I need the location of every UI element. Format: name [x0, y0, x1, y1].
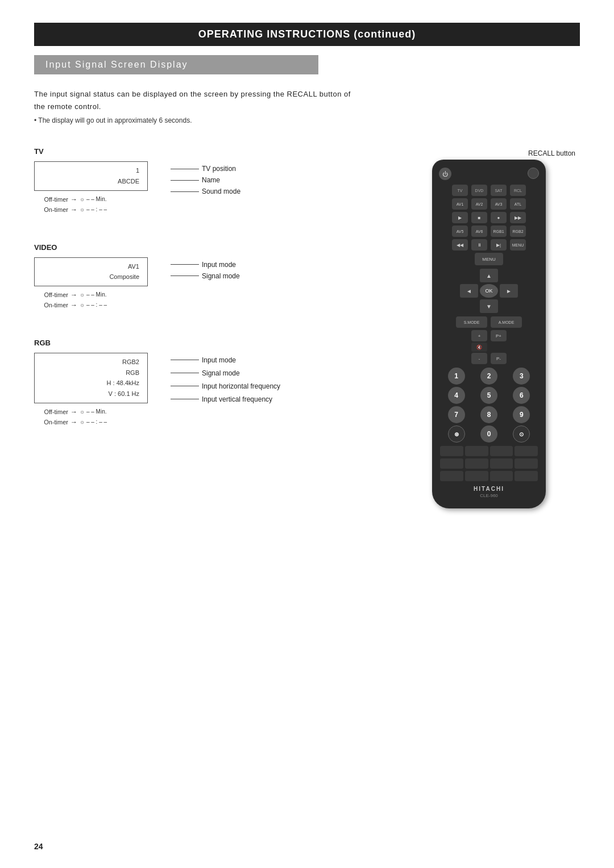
num-3-button[interactable]: 3 — [513, 368, 530, 385]
play-button[interactable]: ▶ — [452, 212, 468, 223]
func-btn-8[interactable] — [515, 458, 538, 469]
rgb-box-line4: V : 60.1 Hz — [40, 389, 139, 399]
vol-controls: + 🔇 - — [471, 330, 487, 364]
rgb-annotations: Input mode Signal mode Input horizontal … — [171, 353, 280, 404]
av2-button[interactable]: AV2 — [471, 198, 487, 210]
av2-arrows-row: ◀◀ ⏸ ▶| MENU — [439, 239, 539, 251]
dvd-mode-button[interactable]: DVD — [471, 185, 487, 196]
av3-button[interactable]: AV3 — [491, 198, 507, 210]
rgb-off-timer: Off-timer → ☼ – – Min. — [34, 407, 148, 417]
rgb-ann-4: Input vertical frequency — [171, 394, 280, 404]
func-btn-9[interactable] — [440, 471, 463, 481]
tv-off-timer: Off-timer → ☼ – – Min. — [34, 194, 148, 205]
recall-area: RECALL button — [432, 141, 580, 157]
main-content: TV 1 ABCDE Off-timer → — [34, 141, 580, 456]
pause-button[interactable]: ⏸ — [471, 239, 487, 251]
mode-row: S.MODE A.MODE — [439, 316, 539, 328]
nav-up-button[interactable]: ▲ — [480, 269, 498, 282]
power-button[interactable]: ⏻ — [439, 168, 451, 180]
tv-box-line1: 1 — [40, 165, 139, 176]
num-5-button[interactable]: 5 — [480, 387, 497, 404]
vol-down-button[interactable]: - — [471, 353, 487, 364]
func-btn-2[interactable] — [465, 446, 488, 456]
func-btn-7[interactable] — [490, 458, 513, 469]
mute-button[interactable]: 🔇 — [471, 343, 487, 352]
num-0-button[interactable]: 0 — [480, 425, 497, 443]
section-title: Input Signal Screen Display — [34, 55, 318, 74]
bottom-btns-1 — [440, 446, 538, 456]
func-btn-5[interactable] — [440, 458, 463, 469]
av5-button[interactable]: AV5 — [452, 226, 468, 237]
amode-button[interactable]: A.MODE — [491, 316, 522, 328]
num-8-button[interactable]: 8 — [480, 406, 497, 423]
smode-button[interactable]: S.MODE — [456, 316, 487, 328]
vol-up-button[interactable]: + — [471, 330, 487, 341]
nav-left-button[interactable]: ◄ — [460, 284, 478, 298]
tv-info-box: 1 ABCDE — [34, 161, 148, 190]
remote-control: ⏻ TV DVD SAT RCL AV1 AV2 AV3 ATL ▶ ■ — [432, 160, 546, 508]
tv-ann-2: Name — [171, 175, 240, 185]
atl-button[interactable]: ATL — [510, 198, 526, 210]
tv-label: TV — [34, 147, 364, 156]
func-btn-6[interactable] — [465, 458, 488, 469]
diagrams-section: TV 1 ABCDE Off-timer → — [34, 141, 364, 456]
menu-row: MENU — [439, 253, 539, 265]
fwd-button[interactable]: ▶▶ — [510, 212, 526, 223]
tv-mode-button[interactable]: TV — [452, 185, 468, 196]
tv-diagram: TV 1 ABCDE Off-timer → — [34, 147, 364, 214]
brand-label: HITACHI — [439, 486, 539, 492]
menu-main-button[interactable]: MENU — [475, 253, 503, 265]
num-2-button[interactable]: 2 — [480, 368, 497, 385]
rew-button[interactable]: ◀◀ — [452, 239, 468, 251]
note-text: • The display will go out in approximate… — [34, 116, 580, 124]
func-btn-1[interactable] — [440, 446, 463, 456]
tv-timers: Off-timer → ☼ – – Min. On-timer → ☼ – – … — [34, 194, 148, 215]
page-header: OPERATING INSTRUCTIONS (continued) — [34, 23, 580, 46]
av1-button[interactable]: AV1 — [452, 198, 468, 210]
description-text: The input signal status can be displayed… — [34, 88, 352, 113]
video-annotations: Input mode Signal mode — [171, 257, 240, 281]
ch-down-button[interactable]: P- — [491, 353, 507, 364]
func-btn-10[interactable] — [465, 471, 488, 481]
nav-ok-button[interactable]: OK — [480, 284, 498, 298]
rgb1-button[interactable]: RGB1 — [491, 226, 507, 237]
menu-button[interactable]: MENU — [510, 239, 526, 251]
func-btn-12[interactable] — [515, 471, 538, 481]
numpad: 1 2 3 4 5 6 7 8 9 ⊛ 0 ⊙ — [441, 368, 537, 443]
tv-ann-3: Sound mode — [171, 186, 240, 197]
rgb-ann-2: Signal mode — [171, 368, 280, 378]
nav-down-button[interactable]: ▼ — [480, 299, 498, 313]
rgb-box-line1: RGB2 — [40, 357, 139, 368]
stop-button[interactable]: ■ — [471, 212, 487, 223]
rcl-button[interactable]: RCL — [510, 185, 526, 196]
num-6-button[interactable]: 6 — [513, 387, 530, 404]
func-btn-4[interactable] — [515, 446, 538, 456]
rgb-box-line2: RGB — [40, 368, 139, 378]
video-timers: Off-timer → ☼ – – Min. On-timer → ☼ – – … — [34, 290, 148, 310]
num-1-button[interactable]: 1 — [448, 368, 465, 385]
ch-up-button[interactable]: P+ — [491, 330, 507, 341]
av6-button[interactable]: AV6 — [471, 226, 487, 237]
num-9-button[interactable]: 9 — [513, 406, 530, 423]
record-button[interactable]: ● — [491, 212, 507, 223]
num-4-button[interactable]: 4 — [448, 387, 465, 404]
tv-annotations: TV position Name Sound mode — [171, 161, 240, 197]
nav-right-button[interactable]: ► — [500, 284, 518, 298]
func-btn-11[interactable] — [490, 471, 513, 481]
remote-section: RECALL button ⏻ TV DVD SAT RCL AV1 AV2 A… — [432, 141, 580, 508]
video-off-timer: Off-timer → ☼ – – Min. — [34, 290, 148, 300]
video-label: VIDEO — [34, 243, 364, 252]
av-row2: AV5 AV6 RGB1 RGB2 — [439, 226, 539, 237]
num-7-button[interactable]: 7 — [448, 406, 465, 423]
rgb-timers: Off-timer → ☼ – – Min. On-timer → ☼ – – … — [34, 407, 148, 427]
video-ann-2: Signal mode — [171, 271, 240, 281]
recall-button[interactable] — [528, 168, 539, 179]
func-btn-3[interactable] — [490, 446, 513, 456]
rgb2-button[interactable]: RGB2 — [510, 226, 526, 237]
bottom-btns-2 — [440, 458, 538, 469]
skip-button[interactable]: ▶| — [491, 239, 507, 251]
num-star-button[interactable]: ⊛ — [448, 425, 465, 443]
sat-mode-button[interactable]: SAT — [491, 185, 507, 196]
video-box-line1: AV1 — [40, 261, 139, 272]
num-circle-button[interactable]: ⊙ — [513, 425, 530, 443]
